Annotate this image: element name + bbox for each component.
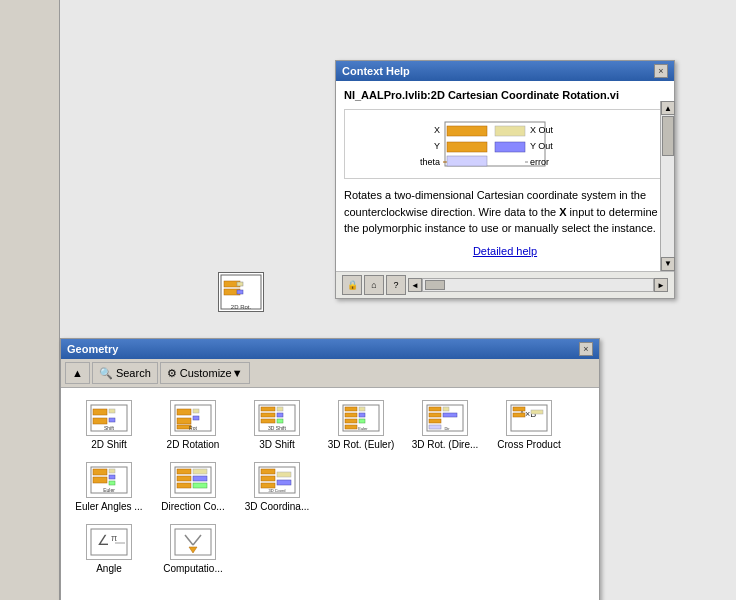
geo-customize-btn[interactable]: ⚙ Customize▼: [160, 362, 250, 384]
geo-label-3d-rot-euler: 3D Rot. (Euler): [328, 439, 395, 450]
svg-rect-36: [261, 419, 275, 423]
scroll-down-btn[interactable]: ▼: [661, 257, 675, 271]
geometry-window: Geometry × ▲ 🔍 Search ⚙ Customize▼: [60, 338, 600, 600]
svg-rect-82: [277, 480, 291, 485]
geo-icon-cross-product: A×B: [506, 400, 552, 436]
geo-item-3d-coordina[interactable]: 3D Coord 3D Coordina...: [237, 458, 317, 516]
svg-rect-47: [359, 413, 365, 417]
scroll-track: [661, 115, 674, 257]
geo-titlebar: Geometry ×: [61, 339, 599, 359]
geo-icon-computation: [170, 524, 216, 560]
svg-rect-4: [237, 290, 243, 294]
up-arrow-icon: ▲: [72, 367, 83, 379]
geo-item-euler-angles[interactable]: Euler Euler Angles ...: [69, 458, 149, 516]
svg-rect-45: [345, 425, 357, 429]
svg-text:error: error: [530, 157, 549, 167]
svg-rect-44: [345, 419, 357, 423]
ch-vi-name: NI_AALPro.lvlib:2D Cartesian Coordinate …: [344, 89, 666, 101]
geo-row-3: ∠ π Angle Com: [69, 520, 591, 578]
svg-text:∠: ∠: [97, 532, 110, 548]
svg-rect-24: [109, 418, 115, 422]
svg-rect-74: [193, 469, 207, 474]
geo-item-cross-product[interactable]: A×B Cross Product: [489, 396, 569, 454]
ch-h-scrollbar[interactable]: ◄ ►: [408, 278, 668, 292]
svg-rect-22: [93, 418, 107, 424]
geo-label-2d-rotation: 2D Rotation: [167, 439, 220, 450]
svg-text:Y Out: Y Out: [530, 141, 553, 151]
svg-rect-51: [429, 407, 441, 411]
geo-item-3d-shift[interactable]: 3D Shift 3D Shift: [237, 396, 317, 454]
scroll-thumb-h[interactable]: [425, 280, 445, 290]
ch-detailed-link[interactable]: Detailed help: [344, 245, 666, 257]
ch-right-scrollbar[interactable]: ▲ ▼: [660, 101, 674, 271]
svg-text:Dir: Dir: [444, 426, 450, 431]
geo-toolbar: ▲ 🔍 Search ⚙ Customize▼: [61, 359, 599, 388]
geo-icon-euler-angles: Euler: [86, 462, 132, 498]
left-panel: [0, 0, 60, 600]
scroll-thumb[interactable]: [662, 116, 674, 156]
vi-icon[interactable]: 2D Rot.: [218, 272, 264, 312]
geo-label-3d-coordina: 3D Coordina...: [245, 501, 309, 512]
geo-item-2d-rotation[interactable]: Rot 2D Rotation: [153, 396, 233, 454]
context-help-close-btn[interactable]: ×: [654, 64, 668, 78]
geo-item-direction-co[interactable]: Direction Co...: [153, 458, 233, 516]
scroll-up-btn[interactable]: ▲: [661, 101, 675, 115]
svg-text:2D Rot.: 2D Rot.: [231, 304, 252, 310]
svg-rect-42: [345, 407, 357, 411]
geo-icon-3d-coordina: 3D Coord: [254, 462, 300, 498]
geo-icon-angle: ∠ π: [86, 524, 132, 560]
svg-rect-35: [261, 413, 275, 417]
geo-item-computation[interactable]: Computatio...: [153, 520, 233, 578]
geo-close-btn[interactable]: ×: [579, 342, 593, 356]
geo-search-btn[interactable]: 🔍 Search: [92, 362, 158, 384]
geo-item-3d-rot-euler[interactable]: Euler 3D Rot. (Euler): [321, 396, 401, 454]
svg-rect-27: [177, 409, 191, 415]
geo-item-angle[interactable]: ∠ π Angle: [69, 520, 149, 578]
svg-text:X Out: X Out: [530, 125, 554, 135]
svg-text:3D Coord: 3D Coord: [268, 488, 285, 493]
geo-row-1: Shift 2D Shift Rot: [69, 396, 591, 454]
geo-label-direction-co: Direction Co...: [161, 501, 224, 512]
geo-title: Geometry: [67, 343, 118, 355]
geo-up-btn[interactable]: ▲: [65, 362, 90, 384]
svg-text:Euler: Euler: [358, 426, 368, 431]
geo-item-3d-rot-dire[interactable]: Dir 3D Rot. (Dire...: [405, 396, 485, 454]
scroll-right-btn[interactable]: ►: [654, 278, 668, 292]
svg-rect-81: [277, 472, 291, 477]
geo-item-2d-shift[interactable]: Shift 2D Shift: [69, 396, 149, 454]
geo-label-cross-product: Cross Product: [497, 439, 560, 450]
svg-rect-73: [177, 483, 191, 488]
ch-lock-btn[interactable]: 🔒: [342, 275, 362, 295]
svg-rect-23: [109, 409, 115, 413]
svg-rect-66: [109, 469, 115, 473]
scroll-left-btn[interactable]: ◄: [408, 278, 422, 292]
svg-rect-60: [513, 407, 525, 411]
svg-rect-53: [429, 419, 441, 423]
search-icon: 🔍: [99, 367, 113, 380]
svg-rect-10: [495, 142, 525, 152]
svg-text:X: X: [434, 125, 440, 135]
ch-description: Rotates a two-dimensional Cartesian coor…: [344, 187, 666, 237]
svg-rect-54: [429, 425, 441, 429]
svg-text:theta: theta: [420, 157, 440, 167]
svg-rect-34: [261, 407, 275, 411]
svg-rect-48: [359, 419, 365, 423]
ch-help-btn[interactable]: ?: [386, 275, 406, 295]
scroll-track-h: [422, 278, 654, 292]
geo-row-2: Euler Euler Angles ...: [69, 458, 591, 516]
svg-rect-38: [277, 413, 283, 417]
geo-icon-direction-co: [170, 462, 216, 498]
svg-rect-71: [177, 469, 191, 474]
svg-rect-30: [193, 416, 199, 420]
geo-icon-3d-shift: 3D Shift: [254, 400, 300, 436]
ch-bottom-toolbar: 🔒 ⌂ ? ◄ ►: [336, 271, 674, 298]
svg-rect-55: [443, 407, 449, 411]
ch-home-btn[interactable]: ⌂: [364, 275, 384, 295]
svg-rect-72: [177, 476, 191, 481]
svg-rect-9: [495, 126, 525, 136]
geo-label-angle: Angle: [96, 563, 122, 574]
svg-rect-19: [447, 156, 487, 166]
svg-rect-3: [237, 282, 243, 286]
svg-rect-68: [109, 481, 115, 485]
svg-rect-79: [261, 476, 275, 481]
